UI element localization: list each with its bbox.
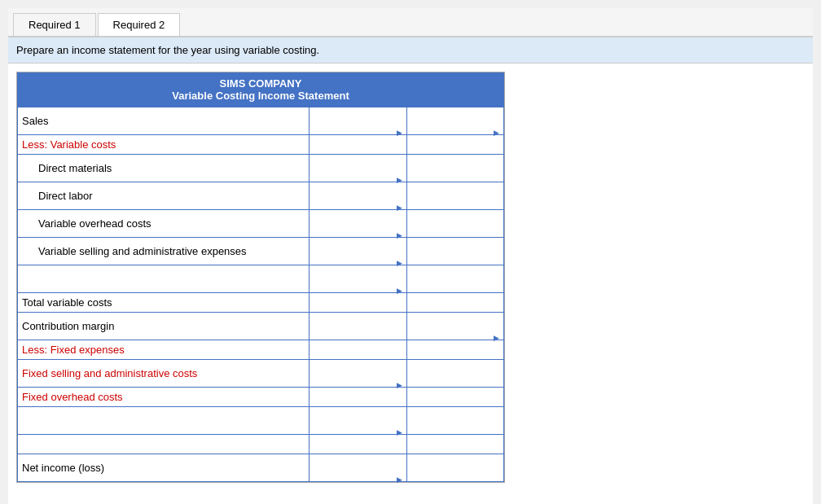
col2-cell[interactable] bbox=[310, 313, 406, 340]
col2-cell[interactable]: ▶ bbox=[310, 107, 406, 135]
col3-cell[interactable] bbox=[406, 454, 503, 482]
col2-cell[interactable]: ▶ bbox=[310, 210, 406, 238]
statement-title: Variable Costing Income Statement bbox=[20, 90, 501, 102]
row-label: Sales bbox=[18, 107, 310, 135]
col3-cell[interactable] bbox=[406, 360, 503, 388]
arrow-icon: ▶ bbox=[397, 129, 402, 137]
direct-labor-col3-input[interactable] bbox=[411, 185, 499, 207]
empty3-col2-input[interactable] bbox=[314, 437, 402, 451]
arrow-icon: ▶ bbox=[397, 381, 402, 389]
less-fixed-col2-input[interactable] bbox=[314, 343, 402, 357]
arrow-icon: ▶ bbox=[397, 287, 402, 295]
net-income-col3-input[interactable] bbox=[411, 457, 499, 479]
less-var-col3-input[interactable] bbox=[411, 138, 499, 151]
empty1-col3-input[interactable] bbox=[411, 268, 499, 290]
arrow-icon: ▶ bbox=[494, 334, 499, 342]
col3-cell[interactable] bbox=[406, 435, 503, 454]
tab-required1[interactable]: Required 1 bbox=[13, 13, 96, 36]
sales-col3-input[interactable] bbox=[411, 105, 499, 127]
less-var-col2-input[interactable] bbox=[314, 138, 402, 151]
contrib-col2-input[interactable] bbox=[314, 315, 402, 337]
col3-cell[interactable] bbox=[406, 340, 503, 360]
tabs-bar: Required 1 Required 2 bbox=[8, 8, 813, 37]
table-header: SIMS COMPANY Variable Costing Income Sta… bbox=[17, 72, 504, 107]
tab-required2[interactable]: Required 2 bbox=[98, 13, 181, 36]
table-row bbox=[18, 435, 504, 454]
var-overhead-col2-input[interactable] bbox=[314, 208, 402, 230]
table-row: Total variable costs bbox=[18, 293, 504, 313]
col3-cell[interactable]: ▶ bbox=[406, 107, 503, 135]
income-table: Sales ▶ ▶ Less: Variable costs Direct ma… bbox=[17, 107, 504, 482]
row-label: Direct materials bbox=[18, 155, 310, 182]
row-label bbox=[18, 407, 310, 435]
table-row: Less: Fixed expenses bbox=[18, 340, 504, 360]
row-label: Fixed selling and administrative costs bbox=[18, 360, 310, 388]
col2-cell[interactable]: ▶ bbox=[310, 360, 406, 388]
col2-cell[interactable]: ▶ bbox=[310, 155, 406, 182]
fixed-selling-col3-input[interactable] bbox=[411, 362, 499, 384]
col3-cell[interactable] bbox=[406, 265, 503, 293]
table-row: Variable selling and administrative expe… bbox=[18, 238, 504, 265]
col3-cell[interactable] bbox=[406, 155, 503, 182]
table-row: Direct materials ▶ bbox=[18, 155, 504, 182]
col2-cell[interactable]: ▶ bbox=[310, 454, 406, 482]
col2-cell[interactable]: ▶ bbox=[310, 265, 406, 293]
empty2-col3-input[interactable] bbox=[411, 410, 499, 432]
fixed-selling-col2-input[interactable] bbox=[314, 357, 402, 379]
instruction-text: Prepare an income statement for the year… bbox=[8, 37, 813, 64]
less-fixed-col3-input[interactable] bbox=[411, 343, 499, 357]
col2-cell[interactable] bbox=[310, 388, 406, 407]
col3-cell[interactable] bbox=[406, 238, 503, 265]
row-label: Fixed overhead costs bbox=[18, 388, 310, 407]
fixed-overhead-col3-input[interactable] bbox=[411, 390, 499, 404]
var-selling-col3-input[interactable] bbox=[411, 240, 499, 262]
empty2-col2-input[interactable] bbox=[314, 405, 402, 427]
total-var-col3-input[interactable] bbox=[411, 296, 499, 309]
col2-cell[interactable]: ▶ bbox=[310, 407, 406, 435]
col3-cell[interactable] bbox=[406, 182, 503, 210]
row-label: Contribution margin bbox=[18, 313, 310, 340]
table-row: Sales ▶ ▶ bbox=[18, 107, 504, 135]
direct-labor-col2-input[interactable] bbox=[314, 180, 402, 202]
row-label bbox=[18, 265, 310, 293]
direct-mat-col2-input[interactable] bbox=[314, 152, 402, 174]
table-row: Direct labor ▶ bbox=[18, 182, 504, 210]
var-selling-col2-input[interactable] bbox=[314, 235, 402, 257]
col2-cell[interactable] bbox=[310, 135, 406, 155]
table-row: Fixed selling and administrative costs ▶ bbox=[18, 360, 504, 388]
col2-cell[interactable]: ▶ bbox=[310, 238, 406, 265]
empty1-col2-input[interactable] bbox=[314, 263, 402, 285]
company-name: SIMS COMPANY bbox=[20, 77, 501, 90]
col3-cell[interactable] bbox=[406, 293, 503, 313]
table-row: ▶ bbox=[18, 265, 504, 293]
arrow-icon: ▶ bbox=[494, 129, 499, 137]
col2-cell[interactable] bbox=[310, 293, 406, 313]
col2-cell[interactable] bbox=[310, 340, 406, 360]
col2-cell[interactable]: ▶ bbox=[310, 182, 406, 210]
col3-cell[interactable]: ▶ bbox=[406, 313, 503, 340]
var-overhead-col3-input[interactable] bbox=[411, 213, 499, 234]
contrib-col3-input[interactable] bbox=[411, 310, 499, 332]
col3-cell[interactable] bbox=[406, 135, 503, 155]
row-label: Less: Variable costs bbox=[18, 135, 310, 155]
arrow-icon: ▶ bbox=[397, 428, 402, 436]
fixed-overhead-col2-input[interactable] bbox=[314, 390, 402, 404]
main-container: Required 1 Required 2 Prepare an income … bbox=[8, 8, 813, 504]
total-var-col2-input[interactable] bbox=[314, 296, 402, 309]
direct-mat-col3-input[interactable] bbox=[411, 157, 499, 179]
table-row: Contribution margin ▶ bbox=[18, 313, 504, 340]
nav-buttons: < Required 1 Required 2 > bbox=[8, 491, 813, 504]
col3-cell[interactable] bbox=[406, 210, 503, 238]
col3-cell[interactable] bbox=[406, 407, 503, 435]
col2-cell[interactable] bbox=[310, 435, 406, 454]
empty3-col3-input[interactable] bbox=[411, 437, 499, 451]
row-label: Net income (loss) bbox=[18, 454, 310, 482]
table-row: ▶ bbox=[18, 407, 504, 435]
col3-cell[interactable] bbox=[406, 388, 503, 407]
table-row: Net income (loss) ▶ bbox=[18, 454, 504, 482]
net-income-col2-input[interactable] bbox=[314, 452, 402, 474]
sales-col2-input[interactable] bbox=[314, 105, 402, 127]
income-statement-table: SIMS COMPANY Variable Costing Income Sta… bbox=[16, 72, 505, 483]
row-label: Variable overhead costs bbox=[18, 210, 310, 238]
arrow-icon: ▶ bbox=[397, 476, 402, 484]
